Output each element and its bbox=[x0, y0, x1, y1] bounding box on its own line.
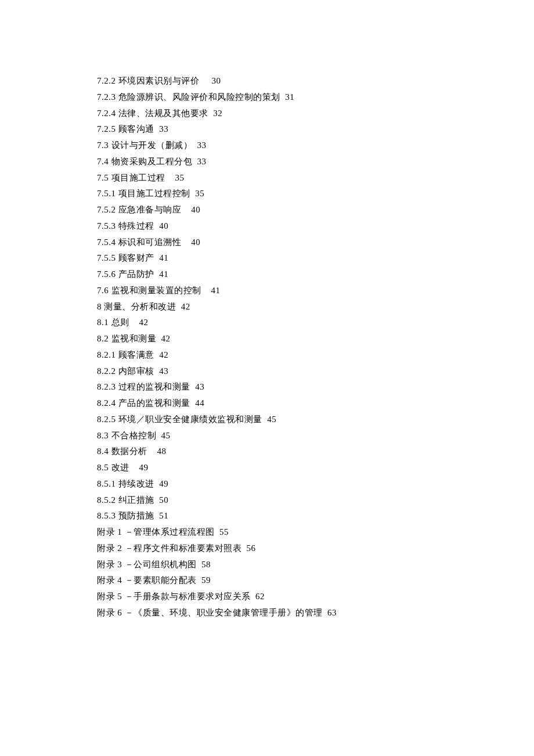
toc-title: 法律、法规及其他要求 bbox=[118, 109, 208, 118]
toc-entry: 8.2.1 顾客满意 42 bbox=[97, 347, 534, 363]
toc-gap bbox=[241, 543, 247, 553]
toc-title: 设计与开发（删减） bbox=[111, 141, 193, 150]
toc-title: 标识和可追溯性 bbox=[118, 237, 182, 247]
toc-section-number: 7.5.5 bbox=[97, 253, 116, 262]
toc-page-number: 41 bbox=[159, 253, 168, 262]
toc-gap bbox=[156, 431, 161, 440]
toc-page-number: 62 bbox=[255, 592, 265, 601]
toc-page-number: 45 bbox=[267, 415, 276, 424]
toc-gap bbox=[156, 334, 161, 343]
toc-title: 环境／职业安全健康绩效监视和测量 bbox=[118, 415, 262, 424]
toc-gap bbox=[323, 608, 328, 617]
toc-title: 总则 bbox=[111, 318, 129, 327]
toc-gap bbox=[199, 76, 211, 85]
toc-section-number: 7.5.3 bbox=[97, 221, 116, 231]
toc-title: 测量、分析和改进 bbox=[104, 302, 176, 311]
toc-title: －管理体系过程流程图 bbox=[125, 527, 215, 537]
toc-section-number: 8.4 bbox=[97, 447, 109, 456]
toc-section-number: 7.5.1 bbox=[97, 189, 116, 198]
toc-title: 监视和测量 bbox=[111, 334, 157, 343]
toc-entry: 7.5.3 特殊过程 40 bbox=[97, 218, 534, 235]
toc-section-number: 7.2.2 bbox=[97, 76, 116, 85]
toc-section-number: 附录 1 bbox=[97, 527, 122, 537]
toc-title: 预防措施 bbox=[118, 511, 154, 520]
toc-title: 监视和测量装置的控制 bbox=[111, 286, 201, 295]
toc-page-number: 56 bbox=[247, 543, 256, 553]
toc-gap bbox=[190, 189, 196, 198]
toc-entry: 附录 3 －公司组织机构图 58 bbox=[97, 557, 534, 573]
toc-section-number: 附录 5 bbox=[97, 592, 122, 601]
toc-section-number: 8 bbox=[97, 302, 102, 311]
toc-section-number: 8.2.4 bbox=[97, 398, 116, 408]
toc-section-number: 7.2.5 bbox=[97, 124, 116, 134]
toc-entry: 8.5.3 预防措施 51 bbox=[97, 508, 534, 524]
toc-title: 产品的监视和测量 bbox=[118, 398, 190, 408]
toc-title: 应急准备与响应 bbox=[118, 205, 182, 214]
toc-section-number: 附录 3 bbox=[97, 560, 122, 569]
toc-title: 产品防护 bbox=[118, 269, 154, 279]
toc-title: 特殊过程 bbox=[118, 221, 154, 231]
toc-page-number: 43 bbox=[195, 382, 204, 391]
toc-section-number: 8.2.2 bbox=[97, 366, 116, 376]
toc-gap bbox=[197, 560, 202, 569]
toc-page-number: 49 bbox=[139, 463, 149, 472]
toc-page-number: 40 bbox=[191, 205, 200, 214]
toc-title: 过程的监视和测量 bbox=[118, 382, 190, 391]
toc-gap bbox=[190, 398, 196, 408]
toc-page-number: 43 bbox=[159, 366, 168, 376]
toc-section-number: 7.5.6 bbox=[97, 269, 116, 279]
toc-title: 数据分析 bbox=[111, 447, 147, 456]
toc-gap bbox=[147, 447, 157, 456]
toc-title: －程序文件和标准要素对照表 bbox=[125, 543, 242, 553]
table-of-contents: 7.2.2 环境因素识别与评价 307.2.3 危险源辨识、风险评价和风险控制的… bbox=[97, 73, 534, 621]
toc-page-number: 35 bbox=[195, 189, 204, 198]
toc-title: 纠正措施 bbox=[118, 495, 154, 505]
toc-entry: 8.4 数据分析 48 bbox=[97, 444, 534, 460]
toc-page-number: 59 bbox=[201, 575, 211, 585]
toc-title: 顾客满意 bbox=[118, 350, 154, 359]
toc-gap bbox=[181, 237, 191, 247]
toc-page-number: 40 bbox=[191, 237, 200, 247]
toc-page-number: 45 bbox=[161, 431, 171, 440]
toc-section-number: 8.5.2 bbox=[97, 495, 116, 505]
toc-section-number: 8.5.3 bbox=[97, 511, 116, 520]
toc-entry: 7.5.4 标识和可追溯性 40 bbox=[97, 235, 534, 251]
toc-page-number: 31 bbox=[285, 92, 294, 102]
toc-page-number: 30 bbox=[212, 76, 221, 85]
toc-gap bbox=[208, 109, 214, 118]
toc-title: －要素职能分配表 bbox=[125, 575, 197, 585]
toc-page-number: 40 bbox=[159, 221, 168, 231]
toc-entry: 附录 6 －《质量、环境、职业安全健康管理手册》的管理 63 bbox=[97, 605, 534, 621]
toc-title: 持续改进 bbox=[118, 479, 154, 488]
toc-page-number: 42 bbox=[161, 334, 171, 343]
toc-entry: 7.5.5 顾客财产 41 bbox=[97, 250, 534, 267]
toc-entry: 7.5.2 应急准备与响应 40 bbox=[97, 202, 534, 218]
toc-entry: 8.1 总则 42 bbox=[97, 315, 534, 331]
toc-page-number: 63 bbox=[327, 608, 337, 617]
toc-title: 改进 bbox=[111, 463, 129, 472]
toc-title: －《质量、环境、职业安全健康管理手册》的管理 bbox=[125, 608, 323, 617]
toc-entry: 8.2.2 内部审核 43 bbox=[97, 363, 534, 380]
toc-page-number: 48 bbox=[157, 447, 167, 456]
toc-entry: 7.5.1 项目施工过程控制 35 bbox=[97, 186, 534, 202]
toc-section-number: 7.5.2 bbox=[97, 205, 116, 214]
toc-gap bbox=[197, 575, 202, 585]
toc-gap bbox=[154, 221, 160, 231]
toc-entry: 8.2.5 环境／职业安全健康绩效监视和测量 45 bbox=[97, 412, 534, 428]
toc-gap bbox=[280, 92, 286, 102]
toc-page-number: 42 bbox=[159, 350, 168, 359]
toc-title: 项目施工过程 bbox=[111, 173, 165, 182]
toc-entry: 7.5 项目施工过程 35 bbox=[97, 170, 534, 186]
toc-page-number: 32 bbox=[213, 109, 222, 118]
toc-gap bbox=[190, 382, 196, 391]
toc-page-number: 33 bbox=[159, 124, 168, 134]
toc-section-number: 8.2.3 bbox=[97, 382, 116, 391]
toc-title: 物资采购及工程分包 bbox=[111, 157, 193, 166]
toc-entry: 8.3 不合格控制 45 bbox=[97, 428, 534, 444]
toc-section-number: 7.2.4 bbox=[97, 109, 116, 118]
toc-gap bbox=[154, 479, 160, 488]
toc-section-number: 8.2.1 bbox=[97, 350, 116, 359]
toc-section-number: 8.3 bbox=[97, 431, 109, 440]
toc-gap bbox=[215, 527, 220, 537]
toc-page-number: 42 bbox=[181, 302, 190, 311]
